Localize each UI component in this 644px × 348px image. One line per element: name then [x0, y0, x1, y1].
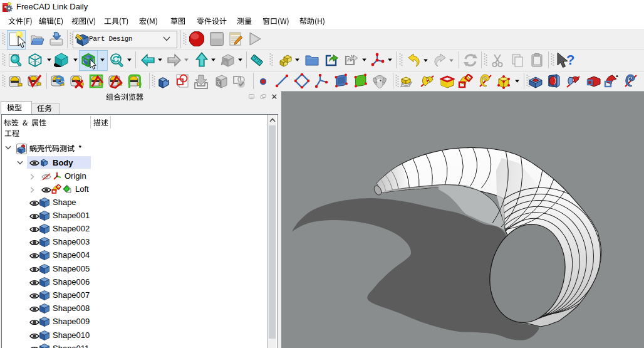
svg-text:?: ? — [566, 52, 574, 68]
